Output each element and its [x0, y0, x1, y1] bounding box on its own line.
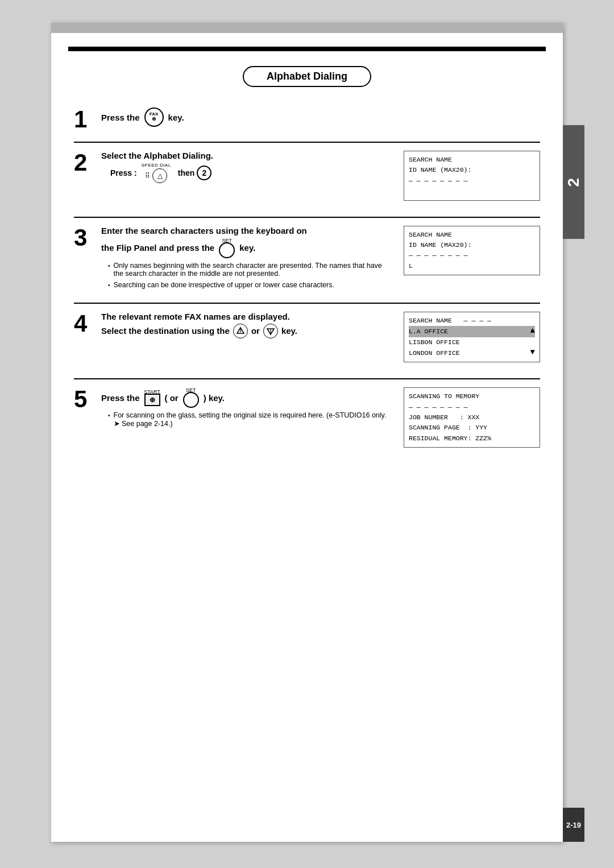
- separator-3: [74, 303, 540, 304]
- bullet-3-1: • Only names beginning with the search c…: [108, 262, 392, 278]
- set-key-5[interactable]: [183, 392, 199, 408]
- page: 2 2-19 Alphabet Dialing 1 Press the FAX …: [51, 23, 563, 842]
- step-4-row: 4 The relevant remote FAX names are disp…: [74, 312, 540, 369]
- lcd-display-4: SCANNING TO MEMORY — — — — — — — — JOB N…: [404, 387, 540, 448]
- step-4-main2: Select the destination using the: [101, 326, 230, 336]
- step-4-or: or: [251, 326, 260, 336]
- lcd1-line2: ID NAME (MAX20):: [409, 166, 471, 173]
- page-title: Alphabet Dialing: [267, 71, 347, 82]
- step-3-main2: the Flip Panel and press the: [101, 243, 214, 253]
- lcd2-line4: L: [409, 262, 413, 270]
- separator-1: [74, 142, 540, 143]
- step-3-left: Enter the search characters using the ke…: [101, 226, 404, 292]
- start-key[interactable]: ⊕: [144, 394, 160, 406]
- lcd4-line2: — — — — — — — —: [409, 403, 468, 411]
- step-2-press-line: Press : SPEED DIAL ⠿ △ then 2: [110, 163, 392, 183]
- down-arrow-btn[interactable]: [263, 324, 278, 338]
- black-bar: [68, 47, 546, 51]
- bullet-text-5-1: For scanning on the glass, setting the o…: [114, 411, 392, 428]
- step-4-main1: The relevant remote FAX names are displa…: [101, 312, 392, 321]
- lcd4-line1: SCANNING TO MEMORY: [409, 392, 479, 400]
- circle-num-2[interactable]: 2: [197, 166, 211, 180]
- bullet-dot-2: •: [108, 282, 110, 288]
- step-3-main1: Enter the search characters using the ke…: [101, 226, 392, 235]
- step-4-left: The relevant remote FAX names are displa…: [101, 312, 404, 338]
- step-4-display: SEARCH NAME — — — — L.A OFFICE ▲ LISBON …: [404, 312, 540, 369]
- fax-key[interactable]: FAX ⊕: [144, 108, 164, 127]
- lcd3-line1: SEARCH NAME — — — —: [409, 317, 491, 324]
- lcd3-up-arrow: ▲: [530, 326, 535, 334]
- then-label: then: [178, 168, 195, 177]
- set-key[interactable]: [219, 242, 235, 258]
- lcd2-line1: SEARCH NAME: [409, 231, 452, 238]
- separator-2: [74, 217, 540, 218]
- side-tab: 2: [563, 125, 584, 239]
- page-number-box: 2-19: [563, 808, 584, 842]
- lcd1-line4: [409, 187, 413, 195]
- up-arrow-btn[interactable]: [233, 324, 248, 338]
- step-5-press: Press the: [101, 393, 140, 403]
- lcd4-line5: RESIDUAL MEMORY: ZZZ%: [409, 435, 491, 442]
- lcd3-highlighted: L.A OFFICE ▲: [409, 326, 535, 337]
- step-1-key-text: key.: [168, 113, 184, 122]
- top-bar: [51, 23, 563, 33]
- bullet-text-3-1: Only names beginning with the search cha…: [114, 262, 392, 278]
- step-2-left: Select the Alphabet Dialing. Press : SPE…: [101, 151, 404, 183]
- speed-dial-label: SPEED DIAL: [142, 163, 171, 168]
- step-5-number: 5: [74, 387, 94, 411]
- lcd2-line2: ID NAME (MAX20):: [409, 241, 471, 249]
- step-5-left: Press the START ⊕ ( or SET ) key.: [101, 387, 404, 431]
- lcd4-line3: JOB NUMBER : XXX: [409, 414, 479, 421]
- step-4-number: 4: [74, 312, 94, 336]
- content: Alphabet Dialing 1 Press the FAX ⊕ key. …: [51, 51, 563, 486]
- bullet-5-1: • For scanning on the glass, setting the…: [108, 411, 392, 428]
- lcd4-line4: SCANNING PAGE : YYY: [409, 424, 487, 431]
- separator-4: [74, 378, 540, 379]
- step-5-display: SCANNING TO MEMORY — — — — — — — — JOB N…: [404, 387, 540, 453]
- step-3-bullets: • Only names beginning with the search c…: [108, 262, 392, 289]
- step-3-number: 3: [74, 226, 94, 250]
- step-5-row: 5 Press the START ⊕ ( or SET: [74, 387, 540, 453]
- lcd-display-3: SEARCH NAME — — — — L.A OFFICE ▲ LISBON …: [404, 312, 540, 363]
- page-number: 2-19: [566, 821, 581, 829]
- step-3-content: Enter the search characters using the ke…: [101, 226, 540, 292]
- arrow-up-btn[interactable]: △: [152, 168, 167, 183]
- step-3-row: 3 Enter the search characters using the …: [74, 226, 540, 292]
- step-4-key-text: key.: [281, 326, 297, 336]
- step-5-content: Press the START ⊕ ( or SET ) key.: [101, 387, 540, 453]
- step-1-press-text: Press the: [101, 113, 140, 122]
- title-box: Alphabet Dialing: [243, 66, 371, 87]
- bullet-dot-1: •: [108, 263, 110, 269]
- step-2-content: Select the Alphabet Dialing. Press : SPE…: [101, 151, 540, 206]
- speed-dial-icon: ⠿: [145, 172, 150, 180]
- step-3-main3: key.: [239, 243, 255, 253]
- step-5-bullets: • For scanning on the glass, setting the…: [108, 411, 392, 428]
- step-4-content: The relevant remote FAX names are displa…: [101, 312, 540, 369]
- lcd-display-1: SEARCH NAME ID NAME (MAX20): — — — — — —…: [404, 151, 540, 201]
- step-1-row: 1 Press the FAX ⊕ key.: [74, 108, 540, 131]
- lcd3-line4: LONDON OFFICE ▼: [409, 349, 460, 357]
- step-1-number: 1: [74, 108, 94, 131]
- bullet-3-2: • Searching can be done irrespective of …: [108, 281, 392, 289]
- step-5-key-text: ) key.: [204, 393, 225, 403]
- lcd1-line3: — — — — — — — —: [409, 177, 468, 184]
- step-5-or-text: ( or: [165, 393, 179, 403]
- lcd3-down-arrow: ▼: [530, 348, 535, 356]
- lcd1-line1: SEARCH NAME: [409, 156, 452, 163]
- press-label: Press :: [110, 168, 137, 177]
- lcd-display-2: SEARCH NAME ID NAME (MAX20): — — — — — —…: [404, 226, 540, 276]
- side-tab-number: 2: [565, 177, 583, 187]
- bullet-text-3-2: Searching can be done irrespective of up…: [114, 281, 392, 289]
- step-2-main: Select the Alphabet Dialing.: [101, 151, 392, 160]
- step-3-display: SEARCH NAME ID NAME (MAX20): — — — — — —…: [404, 226, 540, 282]
- lcd3-line3: LISBON OFFICE: [409, 338, 460, 346]
- lcd2-line3: — — — — — — — —: [409, 251, 468, 259]
- step-2-display: SEARCH NAME ID NAME (MAX20): — — — — — —…: [404, 151, 540, 206]
- step-2-row: 2 Select the Alphabet Dialing. Press : S…: [74, 151, 540, 206]
- step-1-content: Press the FAX ⊕ key.: [101, 108, 540, 127]
- bullet-dot-5: •: [108, 412, 110, 419]
- step-2-number: 2: [74, 151, 94, 175]
